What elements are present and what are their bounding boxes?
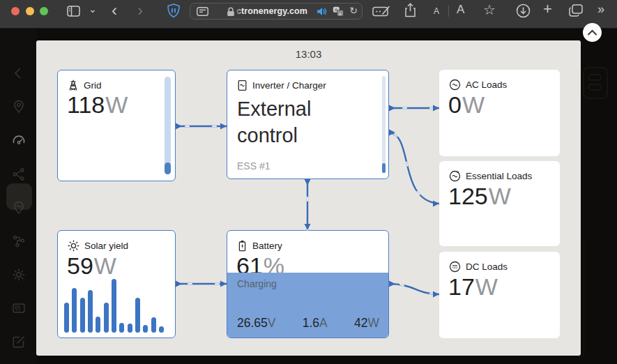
downloads-icon[interactable]	[516, 3, 531, 18]
markup-icon[interactable]	[372, 6, 390, 17]
sidebar-dashboard-icon[interactable]	[11, 133, 26, 149]
privacy-shield-icon[interactable]	[166, 3, 181, 19]
essential-loads-label: Essential Loads	[466, 171, 532, 181]
sidebar-remote-console-icon[interactable]	[11, 301, 26, 316]
share-icon[interactable]	[404, 3, 416, 17]
dc-loads-unit: W	[475, 273, 498, 300]
back-button[interactable]: ‹	[112, 1, 117, 20]
battery-icon	[237, 240, 247, 252]
inverter-scroll-thumb[interactable]	[382, 163, 386, 173]
sidebar-share-nodes-icon[interactable]	[11, 167, 26, 182]
decrease-text-size-button[interactable]: A	[434, 6, 439, 16]
grid-gauge-fill	[165, 162, 171, 174]
dc-loads-label: DC Loads	[466, 261, 508, 272]
solar-bar	[88, 290, 93, 333]
dc-loads-card[interactable]: DC Loads 17W	[439, 252, 560, 338]
grid-unit: W	[105, 91, 128, 118]
new-tab-button[interactable]: +	[543, 0, 552, 18]
ac-loads-card[interactable]: AC Loads 0W	[439, 70, 560, 156]
grid-value: 118	[67, 91, 105, 118]
sidebar-network-icon[interactable]	[11, 234, 26, 249]
solar-bar	[119, 323, 124, 333]
solar-bar	[80, 298, 85, 333]
sidebar-location-icon[interactable]	[11, 99, 26, 114]
solar-bar	[96, 317, 100, 333]
battery-voltage-unit: V	[268, 316, 276, 330]
solar-sun-icon	[68, 240, 79, 252]
battery-current: 1.6	[303, 316, 319, 330]
increase-text-size-button[interactable]: A	[457, 3, 464, 17]
grid-label: Grid	[84, 80, 102, 91]
chevron-up-icon	[587, 29, 597, 36]
solar-bar	[135, 298, 140, 333]
sidebar-back-icon[interactable]	[11, 66, 26, 81]
inverter-label: Inverter / Charger	[252, 80, 326, 91]
url-fade	[235, 6, 241, 17]
solar-bar	[104, 303, 109, 333]
essential-loads-card[interactable]: Essential Loads 125W	[439, 161, 560, 246]
essential-loads-icon	[449, 170, 461, 182]
zoom-window-button[interactable]	[40, 7, 48, 15]
solar-bar	[112, 279, 116, 333]
sidebar-toggle-icon[interactable]	[67, 6, 80, 17]
ac-loads-value: 0	[448, 91, 462, 118]
inverter-card[interactable]: Inverter / Charger External control ESS …	[227, 70, 389, 179]
solar-yield-unit: W	[94, 252, 116, 279]
tab-overview-icon[interactable]	[569, 4, 583, 17]
overview-time: 13:03	[36, 48, 581, 60]
translate-icon[interactable]: A a	[333, 6, 344, 17]
background-toggles-icon	[583, 67, 609, 100]
forward-button[interactable]: ›	[137, 1, 143, 20]
collapse-overlay-button[interactable]	[583, 23, 602, 42]
close-window-button[interactable]	[11, 7, 20, 15]
ac-loads-label: AC Loads	[466, 79, 507, 90]
inverter-state: External control	[227, 91, 388, 149]
browser-toolbar: ⌄ ‹ › ctronenergy.com	[0, 0, 617, 29]
battery-card[interactable]: Battery 61% Charging 26.65V 1.6A 42W	[227, 230, 389, 338]
battery-label: Battery	[252, 241, 282, 251]
toolbar-overflow-button[interactable]: »	[597, 2, 604, 17]
ac-loads-unit: W	[462, 91, 485, 118]
solar-bar	[143, 325, 148, 333]
essential-loads-unit: W	[489, 183, 511, 209]
reader-options-icon[interactable]	[197, 7, 208, 16]
address-bar[interactable]: ctronenergy.com A a ↻	[190, 3, 363, 20]
grid-card[interactable]: Grid 118W	[57, 70, 176, 181]
sidebar-geofence-icon[interactable]	[11, 200, 26, 215]
inverter-subtitle: ESS #1	[237, 160, 270, 172]
grid-pylon-icon	[68, 79, 79, 91]
lock-icon	[227, 7, 235, 17]
battery-voltage: 26.65	[237, 316, 268, 330]
sidebar-chevron-icon[interactable]: ⌄	[89, 3, 97, 15]
toolbar-divider	[448, 6, 449, 17]
ac-loads-icon	[449, 79, 461, 91]
system-overview-modal: 13:03	[36, 40, 581, 356]
favorites-star-icon[interactable]: ☆	[483, 1, 496, 18]
solar-yield-value: 59	[67, 252, 93, 279]
mute-speaker-icon[interactable]	[317, 7, 327, 16]
reload-icon[interactable]: ↻	[349, 5, 358, 16]
grid-gauge-track	[165, 77, 171, 174]
app-sidebar	[0, 29, 36, 364]
sidebar-edit-icon[interactable]	[11, 334, 26, 349]
svg-text:A: A	[335, 8, 337, 12]
inverter-scrollbar[interactable]	[382, 76, 386, 173]
screen: ⌄ ‹ › ctronenergy.com	[0, 0, 617, 364]
solar-bar	[72, 288, 77, 333]
solar-bar	[64, 303, 69, 333]
dc-loads-icon	[449, 261, 461, 273]
minimize-window-button[interactable]	[26, 7, 34, 15]
url-text: ctronenergy.com	[236, 6, 307, 16]
solar-yield-label: Solar yield	[84, 241, 128, 251]
battery-state: Charging	[227, 273, 388, 289]
battery-readings: 26.65V 1.6A 42W	[237, 316, 379, 331]
solar-yield-card[interactable]: Solar yield 59W	[57, 230, 176, 338]
battery-power-unit: W	[367, 316, 379, 330]
sidebar-settings-gear-icon[interactable]	[11, 267, 26, 282]
solar-bar	[151, 317, 156, 333]
dc-loads-value: 17	[448, 273, 475, 300]
solar-bar	[128, 324, 132, 333]
inverter-icon	[237, 79, 247, 91]
background-panel-edge	[584, 237, 584, 356]
battery-power: 42	[354, 316, 367, 330]
